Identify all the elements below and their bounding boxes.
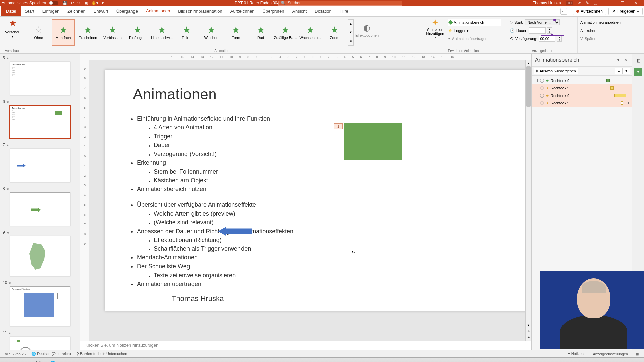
search-input[interactable] xyxy=(288,1,400,5)
preview-button[interactable]: ★ Vorschau▾ xyxy=(3,18,23,38)
move-earlier-button[interactable]: ᐱFrüher xyxy=(580,27,621,34)
tab-überprüfen[interactable]: Überprüfen xyxy=(258,6,288,16)
minimize-button[interactable]: — xyxy=(602,1,615,5)
bullet-item[interactable]: Stern bei Foliennummer xyxy=(154,168,525,176)
app-icon-7[interactable]: ▥ xyxy=(267,359,281,362)
preview-link[interactable]: preview xyxy=(213,210,233,217)
tab-start[interactable]: Start xyxy=(21,6,38,16)
tab-übergänge[interactable]: Übergänge xyxy=(112,6,142,16)
animation-pane-toggle[interactable]: Animationsbereich xyxy=(448,19,501,26)
app-icon-3[interactable]: ◐ xyxy=(178,359,193,362)
app-icon-1[interactable]: ☁ xyxy=(90,359,104,362)
bullet-item[interactable]: Übersicht über verfügbare Animationseffe… xyxy=(137,201,525,227)
vlc-icon[interactable]: 🔺 xyxy=(105,359,119,362)
edge-icon[interactable]: e xyxy=(237,359,252,362)
tab-aufzeichnen[interactable]: Aufzeichnen xyxy=(226,6,259,16)
editor-vertical-scrollbar[interactable]: ▲ ▼ ≜ ≟ xyxy=(525,60,531,341)
tab-file[interactable]: Datei xyxy=(1,6,21,16)
bullet-item[interactable]: Welche Arten gibt es (preview) xyxy=(154,209,525,218)
pane-dropdown-icon[interactable]: ▾ xyxy=(616,57,621,63)
touch-icon[interactable]: ✋▾ xyxy=(91,1,98,5)
slide-thumbnail-9[interactable] xyxy=(10,236,70,276)
animation-tag[interactable]: 1 xyxy=(334,123,343,129)
slide[interactable]: Animationen Einführung in Animationseffe… xyxy=(105,70,525,311)
duration-spinner[interactable]: ▲▼ xyxy=(547,27,552,34)
present-icon[interactable]: ▣ xyxy=(84,1,88,5)
chrome-icon[interactable]: 🌐 xyxy=(46,359,60,362)
slide-canvas[interactable]: Animationen Einführung in Animationseffe… xyxy=(89,60,525,341)
language-indicator[interactable]: 🌐 Deutsch (Österreich) xyxy=(31,352,71,356)
bullet-item[interactable]: Trigger xyxy=(154,132,525,140)
animation-zoom[interactable]: ★Zoom xyxy=(323,19,346,46)
slide-thumbnails-panel[interactable]: 5 ★Animationen• line• line• line• line• … xyxy=(0,54,80,350)
slide-thumbnail-8[interactable] xyxy=(10,192,70,226)
slide-counter[interactable]: Folie 6 von 26 xyxy=(3,352,26,356)
qat-more-icon[interactable]: ▾ xyxy=(102,1,104,5)
play-selection-button[interactable]: Auswahl wiedergeben xyxy=(534,68,578,74)
outlook-icon[interactable]: 📧 xyxy=(60,359,74,362)
add-animation-button[interactable]: ✦ Animation hinzufügen▾ xyxy=(423,18,448,52)
tab-hilfe[interactable]: Hilfe xyxy=(336,6,353,16)
firefox-icon[interactable]: 🦊 xyxy=(31,359,45,362)
scroll-track[interactable] xyxy=(526,66,531,322)
animation-zufälligeba[interactable]: ★Zufällige Ba... xyxy=(274,19,297,46)
bullet-item[interactable]: Anpassen der Dauer und Richtung von Anim… xyxy=(137,227,525,253)
bullet-item[interactable]: Effektoptionen (Richtung) xyxy=(154,236,525,244)
animation-mehrfach[interactable]: ★Mehrfach xyxy=(52,19,75,46)
start-button[interactable]: ⊞ xyxy=(1,359,15,362)
bullet-item[interactable]: Mehrfach-Animationen xyxy=(137,253,525,261)
bullet-item[interactable]: Schaltflächen als Trigger verwenden xyxy=(154,245,525,253)
tab-ansicht[interactable]: Ansicht xyxy=(288,6,311,16)
pane-move-up-button[interactable]: ▲ xyxy=(615,68,623,74)
bullet-item[interactable]: Kästchen am Objekt xyxy=(154,176,525,184)
share-button[interactable]: ↗Freigeben ▾ xyxy=(608,8,643,15)
gallery-scroller[interactable]: ▲▼≡ xyxy=(348,19,354,46)
animation-entry[interactable]: 1★Rechteck 9 xyxy=(532,77,632,84)
pane-close-icon[interactable]: ✕ xyxy=(623,57,629,63)
tab-zeichnen[interactable]: Zeichnen xyxy=(63,6,89,16)
scroll-down-button[interactable]: ▼ xyxy=(526,322,531,328)
animation-entry[interactable]: ★Rechteck 9 xyxy=(532,84,632,92)
slide-title[interactable]: Animationen xyxy=(133,86,525,103)
bullet-item[interactable]: Verzögerung (Vorsicht!) xyxy=(154,150,525,158)
redo-icon[interactable]: ↪ xyxy=(77,1,81,5)
bullet-item[interactable]: Animationsbereich nutzen xyxy=(137,185,525,193)
slide-thumbnail-5[interactable]: Animationen• line• line• line• line• lin… xyxy=(10,62,70,95)
obs-icon[interactable]: ⬤ xyxy=(193,359,207,362)
tab-einfügen[interactable]: Einfügen xyxy=(38,6,63,16)
timeline-cell[interactable] xyxy=(606,94,630,98)
tab-entwurf[interactable]: Entwurf xyxy=(90,6,112,16)
panel-1-button[interactable]: ◧ xyxy=(634,56,642,64)
timeline-cell[interactable] xyxy=(606,79,630,83)
animation-verblassen[interactable]: ★Verblassen xyxy=(101,19,124,46)
record-button[interactable]: Aufzeichnen xyxy=(573,8,606,15)
duration-input[interactable] xyxy=(529,27,546,34)
animation-form[interactable]: ★Form xyxy=(224,19,248,46)
display-settings-button[interactable]: 🖵 Anzeigeeinstellungen xyxy=(588,352,628,356)
bullet-item[interactable]: Animationen übertragen xyxy=(137,280,525,288)
toggle-switch[interactable] xyxy=(49,1,58,5)
telegram-icon[interactable]: ✈ xyxy=(164,359,178,362)
gallery-up[interactable]: ▲ xyxy=(348,20,353,28)
todoist-icon[interactable]: ✓ xyxy=(134,359,148,362)
gallery-more[interactable]: ≡ xyxy=(348,37,353,45)
tab-dictation[interactable]: Dictation xyxy=(311,6,336,16)
animation-erscheinen[interactable]: ★Erscheinen xyxy=(76,19,100,46)
sync-icon[interactable]: ⟳ xyxy=(578,1,581,5)
pane-move-down-button[interactable]: ▼ xyxy=(623,68,630,74)
green-rectangle-shape[interactable] xyxy=(344,123,402,160)
animation-ohne[interactable]: ☆Ohne xyxy=(27,19,50,46)
onenote-icon[interactable]: N xyxy=(149,359,163,362)
window-icon[interactable]: ▢ xyxy=(594,1,597,5)
slide-thumbnail-6[interactable]: Animationen• line• line• line• line• lin… xyxy=(10,105,70,139)
tab-bildschirmpräsentation[interactable]: Bildschirmpräsentation xyxy=(174,6,226,16)
bullet-item[interactable]: ErkennungStern bei FoliennummerKästchen … xyxy=(137,159,525,184)
bullet-item[interactable]: Texte zeilenweise organisieren xyxy=(154,271,525,279)
scroll-up-button[interactable]: ▲ xyxy=(526,60,531,66)
slide-body[interactable]: Einführung in Animationseffekte und ihre… xyxy=(127,115,525,288)
animation-hineinschw[interactable]: ★Hineinschw... xyxy=(150,19,174,46)
animation-wachsenu[interactable]: ★Wachsen u... xyxy=(299,19,322,46)
panel-animation-button[interactable]: ✦ xyxy=(634,68,642,76)
file-explorer-icon[interactable]: 📁 xyxy=(16,359,30,362)
pen-icon[interactable]: ✎ xyxy=(586,1,589,5)
